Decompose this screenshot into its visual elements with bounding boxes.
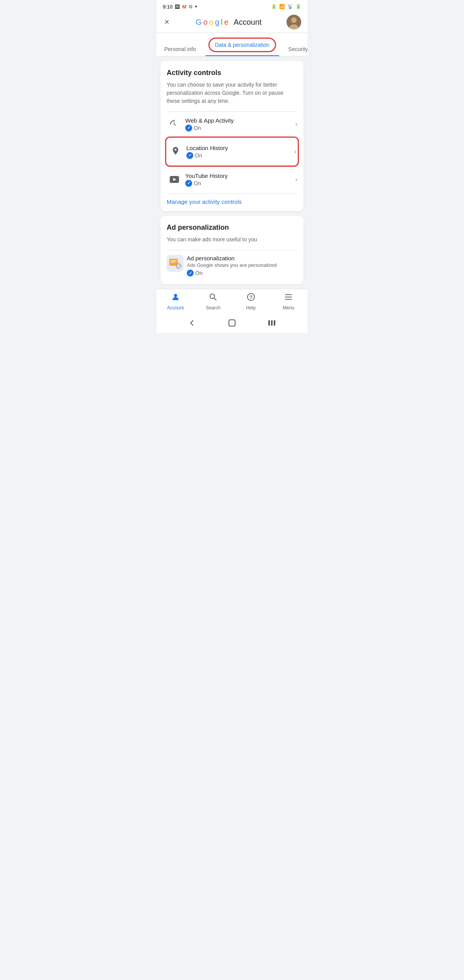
location-history-item[interactable]: Location History ✓ On › [168,139,296,164]
svg-rect-22 [274,320,275,326]
tab-data-personalization-highlight: Data & personalization [208,38,276,52]
youtube-icon [169,175,180,184]
ad-check-circle: ✓ [187,270,194,277]
youtube-check-mark: ✓ [187,181,191,186]
location-check-circle: ✓ [186,152,193,159]
ad-personalization-desc: You can make ads more useful to you [167,236,297,244]
bottom-nav: Account Search ? Help Menu [157,289,307,314]
gallery-icon: 🖼 [175,4,180,10]
youtube-history-item[interactable]: YouTube History ✓ On › [167,167,297,192]
google-g2-letter: g [215,18,219,27]
bottom-nav-help[interactable]: ? Help [237,292,264,311]
menu-nav-icon [284,292,293,304]
help-nav-label: Help [246,305,256,311]
svg-rect-20 [268,320,270,326]
signal-icon: 📡 [287,4,293,9]
tab-data-personalization[interactable]: Data & personalization [202,33,282,56]
svg-line-5 [174,125,176,125]
manage-activity-link[interactable]: Manage your activity controls [167,193,297,208]
location-history-icon [168,144,183,159]
bottom-nav-account[interactable]: Account [162,292,189,311]
svg-point-3 [291,17,297,23]
wifi-icon: 📶 [279,4,285,9]
top-nav: × Google Account [157,12,307,33]
web-app-check-circle: ✓ [185,125,192,131]
system-nav [157,314,307,333]
ad-personalization-icon [168,256,182,270]
location-history-status: ✓ On [186,152,291,159]
youtube-history-icon [167,172,182,187]
home-button[interactable] [227,318,237,328]
web-app-activity-icon [167,116,182,132]
bottom-nav-menu[interactable]: Menu [275,292,302,311]
account-nav-icon [171,292,180,304]
app-title: Google Account [196,18,261,27]
google-l-letter: l [221,18,222,27]
main-content: Activity controls You can choose to save… [157,56,307,289]
google-o1-letter: o [203,18,208,27]
location-chevron-icon: › [294,148,296,155]
web-app-activity-status: ✓ On [185,125,292,131]
svg-rect-18 [285,299,292,300]
ad-personalization-title: Ad personalization [167,224,297,232]
youtube-history-name: YouTube History [185,172,292,179]
history-icon [169,119,180,130]
back-icon [189,319,196,326]
ad-personalization-item[interactable]: Ad personalization Ads Google shows you … [167,250,297,281]
google-o2-letter: o [209,18,213,27]
avatar-svg [287,15,301,29]
svg-rect-19 [229,320,235,326]
tab-security[interactable]: Security [282,41,307,56]
svg-rect-4 [174,122,175,125]
status-icons: 🔋 📶 📡 🔋 [271,4,301,9]
youtube-chevron-icon: › [295,176,297,183]
user-avatar[interactable] [287,15,301,29]
help-nav-icon: ? [246,292,256,304]
help-icon: ? [246,292,256,302]
ad-item-status: ✓ On [187,270,294,277]
bottom-nav-search[interactable]: Search [200,292,227,311]
svg-rect-17 [285,297,292,297]
instagram-icon: ⊙ [189,4,193,9]
tab-security-label: Security [288,46,307,52]
battery-charging-icon: 🔋 [271,4,277,9]
svg-point-11 [174,294,177,297]
account-word: Account [234,18,261,27]
web-app-status-label: On [194,125,201,131]
location-history-info: Location History ✓ On [183,145,294,159]
youtube-check-circle: ✓ [185,180,192,187]
svg-rect-16 [285,294,292,295]
location-pin-icon [171,146,181,157]
status-bar: 9:10 🖼 M ⊙ • 🔋 📶 📡 🔋 [157,0,307,12]
ad-item-name: Ad personalization [187,255,294,261]
menu-nav-label: Menu [283,305,294,311]
google-g-letter: G [196,18,202,27]
tab-personal-info[interactable]: Personal info [158,41,202,56]
tab-data-personalization-label: Data & personalization [215,42,270,48]
activity-controls-card: Activity controls You can choose to save… [160,61,304,211]
close-button[interactable]: × [163,15,171,29]
web-app-activity-name: Web & App Activity [185,117,292,124]
back-button[interactable] [187,318,198,328]
ad-status-label: On [195,270,203,276]
battery-icon: 🔋 [295,4,301,9]
youtube-history-status: ✓ On [185,180,292,187]
ad-personalization-icon-box [167,255,184,272]
location-history-name: Location History [186,145,291,151]
dot-indicator: • [195,3,197,10]
account-nav-label: Account [167,305,184,311]
location-history-highlight: Location History ✓ On › [165,137,299,167]
avatar-image [287,15,301,29]
status-time: 9:10 🖼 M ⊙ • [163,3,197,10]
web-app-activity-info: Web & App Activity ✓ On [182,117,295,131]
search-icon [208,292,218,302]
web-app-activity-item[interactable]: Web & App Activity ✓ On › [167,111,297,137]
ad-item-info: Ad personalization Ads Google shows you … [184,255,297,277]
web-app-check-mark: ✓ [187,125,191,130]
time-display: 9:10 [163,4,172,10]
svg-line-13 [214,298,217,300]
home-icon [228,319,236,327]
search-nav-label: Search [206,305,220,311]
ad-item-sub: Ads Google shows you are personalized [187,262,294,268]
recents-button[interactable] [266,318,277,328]
